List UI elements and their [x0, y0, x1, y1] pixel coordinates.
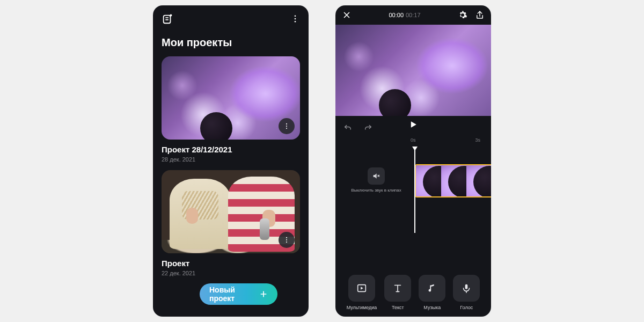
- project-card[interactable]: Проект 28/12/2021 28 дек. 2021: [162, 56, 300, 163]
- clip-frame: [416, 165, 441, 196]
- editor-header: 00:00 00:17: [335, 5, 491, 25]
- project-title: Проект 28/12/2021: [162, 145, 300, 154]
- projects-header: [153, 5, 309, 32]
- plus-icon: [259, 290, 268, 298]
- tool-label: Голос: [460, 305, 473, 310]
- svg-point-10: [286, 237, 287, 238]
- project-date: 22 дек. 2021: [162, 270, 300, 276]
- project-card[interactable]: Проект 22 дек. 2021: [162, 170, 300, 276]
- time-total: 00:17: [406, 12, 421, 18]
- play-icon[interactable]: [408, 119, 419, 130]
- more-vert-icon[interactable]: [290, 14, 300, 24]
- time-display: 00:00 00:17: [389, 12, 420, 18]
- app-logo-icon[interactable]: [162, 13, 173, 25]
- svg-rect-23: [465, 284, 468, 289]
- new-project-label: Новый проект: [209, 286, 254, 303]
- timeline[interactable]: Выключить звук в клипах: [335, 152, 491, 233]
- tool-voice[interactable]: Голос: [453, 275, 480, 310]
- svg-point-5: [295, 18, 296, 20]
- transport-bar: [335, 116, 491, 140]
- time-current: 00:00: [389, 12, 404, 18]
- editor-screen: 00:00 00:17: [335, 5, 491, 317]
- tool-label: Мультимедиа: [347, 305, 377, 310]
- svg-point-1: [170, 14, 172, 17]
- clip-track[interactable]: [415, 164, 491, 197]
- project-thumbnail: [162, 56, 300, 140]
- close-icon[interactable]: [342, 10, 352, 20]
- project-thumbnail: [162, 170, 300, 253]
- clip-frame: [466, 165, 492, 196]
- tool-label: Музыка: [423, 305, 441, 310]
- tool-media[interactable]: Мультимедиа: [347, 275, 377, 310]
- undo-icon[interactable]: [340, 120, 356, 136]
- svg-point-7: [286, 123, 287, 125]
- mute-clips-label: Выключить звук в клипах: [342, 188, 411, 193]
- svg-point-8: [286, 126, 287, 127]
- svg-point-12: [286, 241, 287, 243]
- redo-icon[interactable]: [360, 120, 376, 136]
- clip-frame: [441, 165, 466, 196]
- project-title: Проект: [162, 259, 300, 268]
- tool-music[interactable]: Музыка: [419, 275, 445, 310]
- tool-bar: Мультимедиа Текст Музыка: [335, 275, 491, 310]
- mute-clips-region: Выключить звук в клипах: [342, 167, 411, 193]
- svg-point-4: [295, 15, 296, 17]
- gear-icon[interactable]: [458, 10, 467, 20]
- tool-label: Текст: [392, 305, 404, 310]
- svg-point-11: [286, 239, 287, 240]
- projects-screen: Мои проекты Проект 28/12/2021 28 дек. 20…: [153, 5, 309, 317]
- new-project-button[interactable]: Новый проект: [200, 283, 277, 305]
- share-icon[interactable]: [475, 10, 485, 20]
- mute-clips-button[interactable]: [368, 167, 385, 185]
- svg-point-6: [295, 21, 296, 23]
- project-more-button[interactable]: [279, 232, 295, 248]
- video-preview[interactable]: [335, 25, 491, 116]
- playhead[interactable]: [414, 149, 415, 233]
- tool-text[interactable]: Текст: [384, 275, 411, 310]
- page-title: Мои проекты: [153, 32, 309, 56]
- project-list: Проект 28/12/2021 28 дек. 2021 Проект 22…: [153, 56, 309, 276]
- project-date: 28 дек. 2021: [162, 156, 300, 163]
- svg-point-9: [286, 128, 287, 129]
- project-more-button[interactable]: [279, 118, 295, 134]
